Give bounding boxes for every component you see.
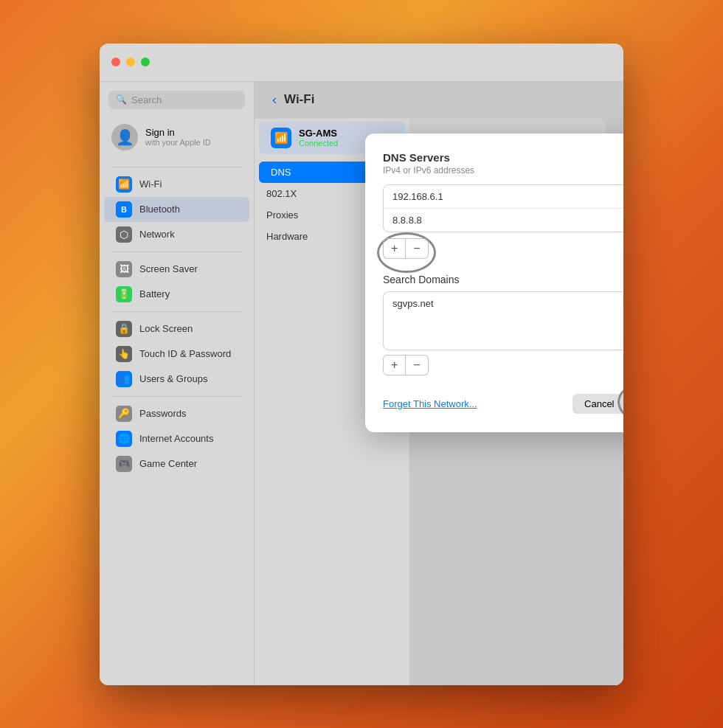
sidebar-divider-2 [111,252,242,252]
dns-subtitle: IPv4 or IPv6 addresses [383,165,623,176]
sidebar: 🔍 Search 👤 Sign in with your Apple ID 📶 … [100,82,255,685]
main-content: ‹ Wi-Fi 📶 Wi-Fi SG-AMS [255,82,623,685]
search-domains-label: Search Domains [383,274,623,285]
sidebar-item-lockscreen[interactable]: 🔒 Lock Screen [104,316,249,342]
network-icon: ⬡ [116,226,132,243]
sidebar-item-touchid[interactable]: 👆 Touch ID & Password [104,342,249,367]
main-layout: 🔍 Search 👤 Sign in with your Apple ID 📶 … [100,82,623,685]
cancel-button[interactable]: Cancel [572,394,623,414]
network-item-wifi-icon: 📶 [271,128,291,148]
touchid-icon: 👆 [116,346,132,362]
internet-icon: 🌐 [116,431,132,447]
sidebar-item-wifi[interactable]: 📶 Wi-Fi [104,172,249,197]
domains-add-remove: + − [383,355,623,375]
close-button[interactable] [111,58,120,66]
sidebar-label-bluetooth: Bluetooth [139,204,180,215]
search-domains-section: Search Domains sgvps.net + − [383,274,623,375]
maximize-button[interactable] [141,58,150,66]
avatar: 👤 [111,124,138,150]
sidebar-label-passwords: Passwords [139,408,187,419]
domains-remove-button[interactable]: − [406,355,428,375]
sidebar-label-screensaver: Screen Saver [139,263,198,274]
dns-entry-1[interactable]: 192.168.6.1 [384,185,623,209]
dns-entry-2[interactable]: 8.8.8.8 [384,209,623,232]
search-icon: 🔍 [116,94,127,105]
sign-in-label: Sign in [145,127,211,138]
screensaver-icon: 🖼 [116,261,132,277]
sidebar-item-gamecenter[interactable]: 🎮 Game Center [104,451,249,476]
sidebar-item-bluetooth[interactable]: B Bluetooth [104,197,249,222]
sidebar-label-network: Network [139,229,175,240]
sign-in-text: Sign in with your Apple ID [145,127,211,147]
lockscreen-icon: 🔒 [116,321,132,337]
sidebar-item-passwords[interactable]: 🔑 Passwords [104,401,249,426]
search-input[interactable]: Search [131,94,162,105]
sidebar-label-users: Users & Groups [139,373,207,384]
sidebar-item-internet[interactable]: 🌐 Internet Accounts [104,426,249,451]
forget-network-button[interactable]: Forget This Network... [383,398,477,409]
wifi-icon: 📶 [116,176,132,193]
domains-list: sgvps.net [383,291,623,350]
dns-list: 192.168.6.1 8.8.8.8 [383,184,623,232]
search-bar[interactable]: 🔍 Search [108,91,245,109]
passwords-icon: 🔑 [116,406,132,422]
dns-dialog: DNS Servers IPv4 or IPv6 addresses 192.1… [365,134,623,432]
sidebar-label-internet: Internet Accounts [139,433,213,444]
apple-id-sub: with your Apple ID [145,138,211,147]
sidebar-label-lockscreen: Lock Screen [139,323,193,334]
apple-id-section[interactable]: 👤 Sign in with your Apple ID [100,118,254,156]
dns-sheet: 📶 SG-AMS Connected DNS 802.1X Proxies Ha… [255,119,623,685]
sidebar-item-network[interactable]: ⬡ Network [104,222,249,247]
bluetooth-icon: B [116,201,132,218]
domain-entry-1[interactable]: sgvps.net [384,292,623,315]
battery-icon: 🔋 [116,286,132,302]
system-preferences-window: 🔍 Search 👤 Sign in with your Apple ID 📶 … [100,44,623,685]
dns-add-remove-buttons: + − [383,238,429,259]
sidebar-label-touchid: Touch ID & Password [139,348,231,359]
dns-remove-button[interactable]: − [405,238,428,259]
minimize-button[interactable] [126,58,135,66]
users-icon: 👥 [116,371,132,387]
dns-add-button[interactable]: + [383,238,405,259]
person-icon: 👤 [116,128,134,146]
title-bar [100,44,623,82]
dns-title: DNS Servers [383,151,623,164]
gamecenter-icon: 🎮 [116,456,132,472]
sidebar-label-gamecenter: Game Center [139,458,197,469]
dialog-footer: Forget This Network... Cancel OK [383,387,623,415]
add-remove-section: + − [383,238,623,274]
sidebar-divider-3 [111,311,242,312]
sidebar-divider-4 [111,396,242,397]
sidebar-item-screensaver[interactable]: 🖼 Screen Saver [104,257,249,282]
traffic-lights [111,58,150,66]
dialog-actions: Cancel OK [572,393,623,415]
sidebar-item-battery[interactable]: 🔋 Battery [104,282,249,307]
sidebar-divider-1 [111,167,242,167]
sidebar-label-battery: Battery [139,288,170,299]
domains-add-button[interactable]: + [383,355,406,375]
sidebar-label-wifi: Wi-Fi [139,178,162,190]
sidebar-item-users[interactable]: 👥 Users & Groups [104,367,249,392]
